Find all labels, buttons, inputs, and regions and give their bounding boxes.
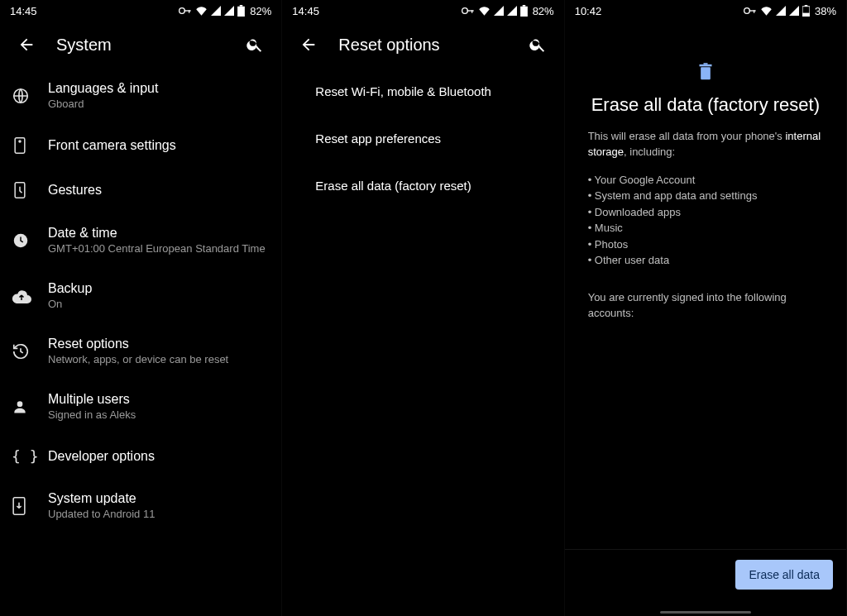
svg-rect-24 <box>699 64 711 67</box>
settings-list: Languages & input Gboard Front camera se… <box>0 68 281 616</box>
signal-icon <box>211 6 221 16</box>
signal-icon <box>776 6 786 16</box>
row-subtitle: Updated to Android 11 <box>48 508 268 520</box>
gesture-icon <box>12 181 48 199</box>
bullet: • Downloaded apps <box>588 204 823 221</box>
trash-icon <box>697 63 714 81</box>
row-reset-options[interactable]: Reset options Network, apps, or device c… <box>0 323 281 379</box>
battery-percent: 82% <box>250 5 271 17</box>
vpn-key-icon <box>744 7 757 15</box>
row-title: Languages & input <box>48 81 268 96</box>
status-right: 82% <box>179 5 271 17</box>
erase-bullets: • Your Google Account • System and app d… <box>588 172 823 269</box>
search-icon <box>529 36 547 54</box>
status-time: 10:42 <box>575 5 602 17</box>
status-bar: 10:42 38% <box>565 0 846 21</box>
vpn-key-icon <box>462 7 475 15</box>
svg-rect-18 <box>749 10 756 11</box>
svg-rect-14 <box>471 10 472 12</box>
arrow-back-icon <box>299 36 318 54</box>
svg-point-10 <box>17 401 23 407</box>
history-icon <box>12 342 48 361</box>
row-developer-options[interactable]: { } Developer options <box>0 434 281 478</box>
status-time: 14:45 <box>10 5 37 17</box>
svg-rect-23 <box>701 67 711 79</box>
row-title: Front camera settings <box>48 138 268 153</box>
row-title: System update <box>48 491 268 506</box>
svg-rect-25 <box>703 63 707 64</box>
row-system-update[interactable]: System update Updated to Android 11 <box>0 478 281 533</box>
svg-rect-21 <box>802 13 810 17</box>
phone-erase-all: 10:42 38% Erase all data (factory reset)… <box>565 0 847 616</box>
signal-icon <box>507 6 517 16</box>
app-bar: Reset options <box>282 21 563 68</box>
bullet: • Your Google Account <box>588 172 823 189</box>
reset-options-list: Reset Wi-Fi, mobile & Bluetooth Reset ap… <box>282 68 563 616</box>
row-front-camera[interactable]: Front camera settings <box>0 123 281 168</box>
bullet: • Other user data <box>588 252 823 269</box>
page-title: Reset options <box>338 36 520 55</box>
option-reset-apps[interactable]: Reset app preferences <box>282 115 563 162</box>
erase-accounts-note: You are currently signed into the follow… <box>588 290 823 322</box>
system-update-icon <box>12 496 48 516</box>
vpn-key-icon <box>179 7 192 15</box>
status-bar: 14:45 82% <box>282 0 563 21</box>
option-reset-wifi[interactable]: Reset Wi-Fi, mobile & Bluetooth <box>282 68 563 115</box>
camera-icon <box>12 136 48 155</box>
bullet: • Music <box>588 220 823 236</box>
svg-rect-1 <box>184 10 191 11</box>
battery-icon <box>802 5 810 17</box>
home-indicator[interactable] <box>565 608 846 616</box>
app-bar: System <box>0 21 281 68</box>
row-subtitle: Network, apps, or device can be reset <box>48 353 268 365</box>
svg-rect-16 <box>522 5 525 7</box>
row-subtitle: On <box>48 298 268 310</box>
option-erase-all-data[interactable]: Erase all data (factory reset) <box>282 162 563 209</box>
erase-intro: This will erase all data from your phone… <box>588 129 823 160</box>
row-date-time[interactable]: Date & time GMT+01:00 Central European S… <box>0 212 281 268</box>
signal-icon <box>789 6 799 16</box>
svg-rect-3 <box>237 7 245 17</box>
erase-title: Erase all data (factory reset) <box>588 94 823 116</box>
arrow-back-icon <box>17 36 36 54</box>
svg-rect-13 <box>467 10 473 11</box>
phone-reset-options: 14:45 82% Reset options Reset Wi-Fi, mob… <box>282 0 564 616</box>
search-button[interactable] <box>238 28 271 61</box>
status-right: 38% <box>744 5 836 17</box>
clock-icon <box>12 232 48 250</box>
row-subtitle: Signed in as Aleks <box>48 408 268 421</box>
svg-rect-22 <box>805 5 808 7</box>
row-backup[interactable]: Backup On <box>0 268 281 323</box>
wifi-icon <box>195 6 208 16</box>
row-subtitle: GMT+01:00 Central European Standard Time <box>48 242 268 255</box>
status-right: 82% <box>462 5 554 17</box>
status-time: 14:45 <box>292 5 319 17</box>
wifi-icon <box>760 6 773 16</box>
battery-icon <box>520 5 528 17</box>
svg-point-12 <box>462 8 467 14</box>
phone-system: 14:45 82% System Languages & input Gboar… <box>0 0 282 616</box>
row-title: Reset options <box>48 337 268 351</box>
row-languages-input[interactable]: Languages & input Gboard <box>0 68 281 123</box>
svg-point-7 <box>19 141 21 142</box>
row-subtitle: Gboard <box>48 98 268 110</box>
row-title: Multiple users <box>48 392 268 407</box>
person-icon <box>12 399 48 415</box>
back-button[interactable] <box>292 28 325 61</box>
search-icon <box>246 36 264 54</box>
bullet: • System and app data and settings <box>588 188 823 204</box>
back-button[interactable] <box>10 28 43 61</box>
search-button[interactable] <box>521 28 554 61</box>
svg-point-0 <box>179 8 185 14</box>
bullet: • Photos <box>588 236 823 253</box>
signal-icon <box>494 6 504 16</box>
row-title: Date & time <box>48 226 268 241</box>
row-multiple-users[interactable]: Multiple users Signed in as Aleks <box>0 379 281 434</box>
erase-button-bar: Erase all data <box>565 549 846 608</box>
row-title: Gestures <box>48 183 268 198</box>
erase-all-data-button[interactable]: Erase all data <box>735 560 833 590</box>
row-gestures[interactable]: Gestures <box>0 168 281 212</box>
page-title: System <box>56 36 238 55</box>
battery-icon <box>237 5 245 17</box>
erase-body: Erase all data (factory reset) This will… <box>565 21 846 549</box>
